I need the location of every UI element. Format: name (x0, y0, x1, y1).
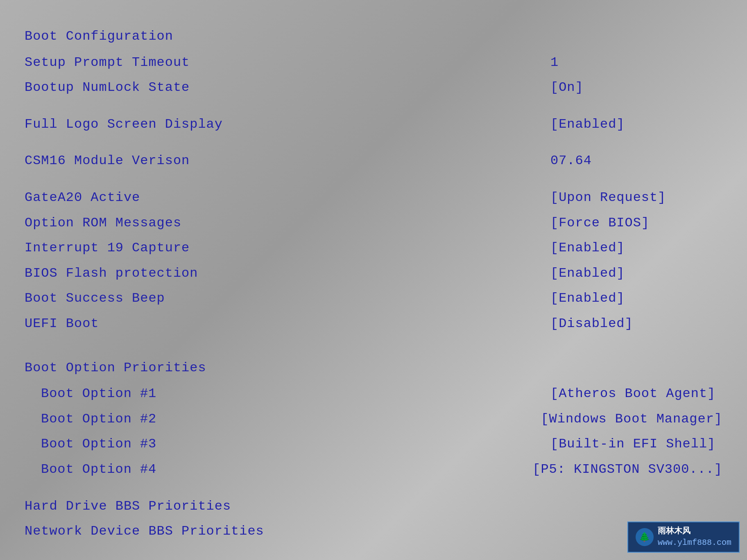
bios-label-0: Boot Configuration (25, 26, 173, 47)
bios-label-15: Boot Option Priorities (25, 358, 206, 378)
bios-value-10[interactable]: [Enabled] (550, 238, 722, 258)
bios-row-19: Boot Option #4[P5: KINGSTON SV300...] (25, 457, 722, 482)
bios-row-15: Boot Option Priorities (25, 355, 722, 381)
bios-label-10: Interrupt 19 Capture (25, 238, 190, 258)
bios-row-16: Boot Option #1[Atheros Boot Agent] (25, 381, 722, 406)
bios-value-11[interactable]: [Enabled] (550, 263, 722, 284)
bios-screen: Boot ConfigurationSetup Prompt Timeout1B… (0, 0, 747, 560)
bios-row-0: Boot Configuration (25, 24, 722, 49)
bios-row-1: Setup Prompt Timeout1 (25, 50, 722, 75)
spacer-20 (25, 482, 722, 494)
bios-value-8[interactable]: [Upon Request] (550, 187, 722, 208)
bios-label-6: CSM16 Module Verison (25, 151, 190, 171)
bios-label-8: GateA20 Active (25, 187, 140, 208)
watermark-text: 雨林木风 www.ylmf888.com (658, 526, 731, 549)
bios-row-21: Hard Drive BBS Priorities (25, 494, 722, 519)
bios-value-6: 07.64 (550, 151, 722, 171)
bios-label-12: Boot Success Beep (25, 288, 165, 309)
bios-row-18: Boot Option #3[Built-in EFI Shell] (25, 431, 722, 457)
watermark-icon: 🌲 (636, 528, 654, 546)
bios-label-1: Setup Prompt Timeout (25, 52, 190, 73)
bios-value-12[interactable]: [Enabled] (550, 288, 722, 309)
bios-value-4[interactable]: [Enabled] (550, 114, 722, 135)
bios-label-22: Network Device BBS Priorities (25, 521, 264, 542)
bios-row-8: GateA20 Active[Upon Request] (25, 185, 722, 210)
bios-content: Boot ConfigurationSetup Prompt Timeout1B… (25, 16, 722, 544)
bios-value-2[interactable]: [On] (550, 77, 722, 98)
bios-row-13: UEFI Boot[Disabled] (25, 311, 722, 336)
bios-label-11: BIOS Flash protection (25, 263, 198, 284)
bios-label-4: Full Logo Screen Display (25, 114, 223, 135)
spacer-7 (25, 174, 722, 185)
bios-value-13[interactable]: [Disabled] (550, 314, 722, 334)
bios-label-18: Boot Option #3 (41, 434, 156, 454)
watermark-url: www.ylmf888.com (658, 537, 731, 549)
bios-label-13: UEFI Boot (25, 314, 99, 334)
bios-value-17[interactable]: [Windows Boot Manager] (541, 409, 722, 429)
spacer-14 (25, 336, 722, 348)
bios-value-18[interactable]: [Built-in EFI Shell] (550, 434, 722, 454)
bios-row-11: BIOS Flash protection[Enabled] (25, 261, 722, 286)
bios-value-19[interactable]: [P5: KINGSTON SV300...] (532, 459, 722, 480)
bios-label-2: Bootup NumLock State (25, 77, 190, 98)
bios-row-17: Boot Option #2[Windows Boot Manager] (25, 406, 722, 432)
watermark: 🌲 雨林木风 www.ylmf888.com (627, 522, 740, 553)
bios-label-16: Boot Option #1 (41, 384, 156, 404)
bios-row-9: Option ROM Messages[Force BIOS] (25, 210, 722, 236)
bios-row-2: Bootup NumLock State[On] (25, 75, 722, 100)
bios-row-22: Network Device BBS Priorities (25, 519, 722, 544)
bios-label-21: Hard Drive BBS Priorities (25, 496, 231, 517)
bios-label-9: Option ROM Messages (25, 213, 181, 233)
bios-row-6: CSM16 Module Verison07.64 (25, 148, 722, 174)
bios-value-16[interactable]: [Atheros Boot Agent] (550, 384, 722, 404)
bios-value-1: 1 (550, 52, 722, 73)
bios-value-9[interactable]: [Force BIOS] (550, 213, 722, 233)
spacer-5 (25, 137, 722, 148)
bios-label-19: Boot Option #4 (41, 459, 156, 480)
bios-label-17: Boot Option #2 (41, 409, 156, 429)
bios-row-12: Boot Success Beep[Enabled] (25, 286, 722, 311)
bios-row-4: Full Logo Screen Display[Enabled] (25, 112, 722, 137)
spacer-3 (25, 100, 722, 112)
bios-row-10: Interrupt 19 Capture[Enabled] (25, 235, 722, 261)
watermark-brand: 雨林木风 (658, 526, 731, 537)
